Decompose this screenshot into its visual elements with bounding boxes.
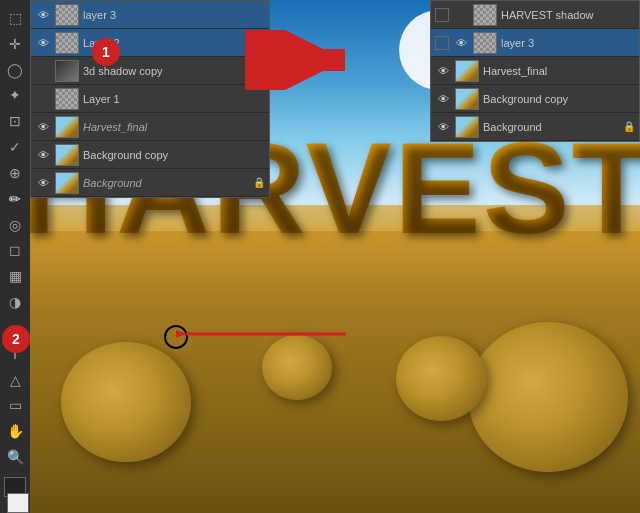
layer-thumbnail [55,88,79,110]
brush-tool[interactable]: ✏ [4,189,26,209]
layer-name: 3d shadow copy [83,65,265,77]
hand-tool[interactable]: ✋ [4,421,26,441]
move-tool[interactable]: ✛ [4,34,26,54]
eraser-tool[interactable]: ◻ [4,240,26,260]
visibility-eye[interactable]: 👁 [435,63,451,79]
layer-name: layer 3 [501,37,635,49]
layer-row[interactable]: 👁 layer 3 [431,29,639,57]
layer-checkbox[interactable] [435,36,449,50]
layer-name: Harvest_final [83,121,265,133]
visibility-eye[interactable] [453,7,469,23]
layer-thumbnail [473,32,497,54]
hay-bale-left [61,342,191,462]
layer-row[interactable]: 👁 layer 3 [31,1,269,29]
badge-2: 2 [2,325,30,353]
visibility-eye[interactable]: 👁 [35,119,51,135]
left-toolbar: ⬚ ✛ ◯ ✦ ⊡ ✓ ⊕ ✏ ◎ ◻ ▦ ◑ ✒ T △ ▭ ✋ 🔍 [0,0,30,513]
lock-icon: 🔒 [623,121,635,132]
layer-row[interactable]: 👁 Harvest_final [431,57,639,85]
badge-1: 1 [92,38,120,66]
visibility-eye[interactable]: 👁 [435,119,451,135]
hay-bale-small [262,335,332,400]
clone-tool[interactable]: ◎ [4,215,26,235]
eyedropper-tool[interactable]: ✓ [4,137,26,157]
layer-name: Harvest_final [483,65,635,77]
layer-name: layer 3 [83,9,265,21]
layer-thumbnail [55,144,79,166]
visibility-eye[interactable]: 👁 [35,147,51,163]
lasso-tool[interactable]: ◯ [4,60,26,80]
layer-row[interactable]: Layer 1 [31,85,269,113]
canvas-arrow [176,324,356,344]
path-tool[interactable]: △ [4,370,26,390]
layer-name: HARVEST shadow [501,9,635,21]
visibility-eye[interactable] [35,63,51,79]
layer-thumbnail [55,60,79,82]
visibility-eye[interactable]: 👁 [35,175,51,191]
layer-row[interactable]: 👁 Layer 2 [31,29,269,57]
visibility-eye[interactable]: 👁 [435,91,451,107]
layer-name: Background [483,121,619,133]
layer-row[interactable]: HARVEST shadow [431,1,639,29]
layer-checkbox[interactable] [435,8,449,22]
layer-thumbnail [55,116,79,138]
marquee-tool[interactable]: ⬚ [4,8,26,28]
gradient-tool[interactable]: ▦ [4,266,26,286]
hay-bale-mid [396,336,486,421]
layer-thumbnail [473,4,497,26]
layer-thumbnail [55,32,79,54]
zoom-tool[interactable]: 🔍 [4,447,26,467]
layer-panel-right: HARVEST shadow 👁 layer 3 👁 Harvest_final… [430,0,640,142]
layer-row[interactable]: 👁 Background copy [31,141,269,169]
layer-thumbnail [55,172,79,194]
visibility-eye[interactable]: 👁 [35,7,51,23]
layer-name: Layer 1 [83,93,265,105]
layer-row[interactable]: 👁 Background copy [431,85,639,113]
bg-color-swatch[interactable] [7,493,29,513]
visibility-eye[interactable]: 👁 [453,35,469,51]
layer-thumbnail [455,88,479,110]
layer-name: Background [83,177,249,189]
visibility-eye[interactable]: 👁 [35,35,51,51]
layer-row[interactable]: 3d shadow copy [31,57,269,85]
heal-tool[interactable]: ⊕ [4,163,26,183]
hay-bale-right [468,322,628,472]
magic-wand-tool[interactable]: ✦ [4,85,26,105]
crop-tool[interactable]: ⊡ [4,111,26,131]
layer-panel-left: 👁 layer 3 👁 Layer 2 3d shadow copy Layer… [30,0,270,198]
layer-row[interactable]: 👁 Background 🔒 [31,169,269,197]
layer-name: Background copy [483,93,635,105]
dodge-tool[interactable]: ◑ [4,292,26,312]
layer-row[interactable]: 👁 Background 🔒 [431,113,639,141]
layer-thumbnail [455,116,479,138]
layer-thumbnail [55,4,79,26]
layer-row[interactable]: 👁 Harvest_final [31,113,269,141]
visibility-eye[interactable] [35,91,51,107]
shape-tool[interactable]: ▭ [4,395,26,415]
lock-icon: 🔒 [253,177,265,188]
layer-name: Background copy [83,149,265,161]
layer-thumbnail [455,60,479,82]
big-arrow [245,30,365,94]
